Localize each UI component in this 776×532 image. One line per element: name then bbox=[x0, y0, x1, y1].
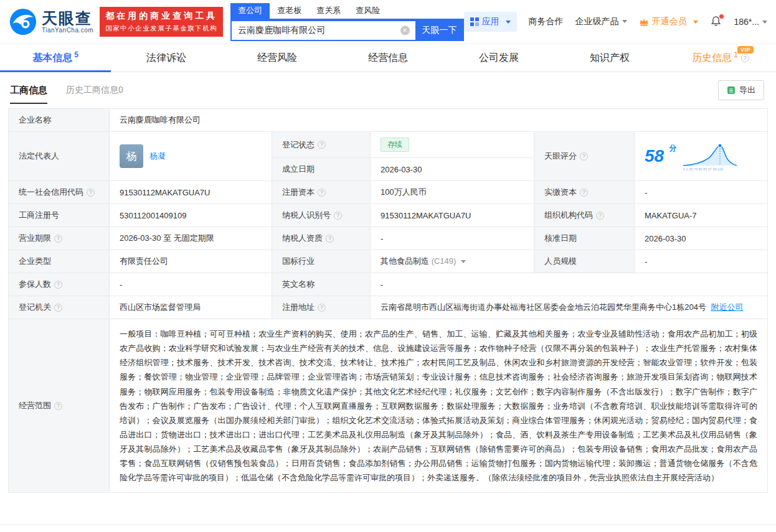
legal-rep-cell: 杨 杨凝 bbox=[110, 132, 272, 181]
help-icon[interactable] bbox=[596, 212, 604, 220]
help-icon[interactable] bbox=[318, 304, 326, 312]
industry-label: 国标行业 bbox=[272, 250, 371, 273]
reg-capital-value: 100万人民币 bbox=[371, 181, 534, 204]
search-block: 查公司 查老板 查关系 查风险 天眼一下 bbox=[230, 3, 463, 41]
paid-capital-label: 实缴资本 bbox=[534, 181, 635, 204]
help-icon[interactable] bbox=[54, 402, 62, 410]
notification-bell-icon[interactable] bbox=[710, 16, 722, 28]
chevron-down-icon[interactable] bbox=[461, 260, 466, 263]
industry-value-cell: 其他食品制造 (C149) bbox=[371, 250, 534, 273]
subtab-business-info[interactable]: 工商信息 bbox=[9, 81, 49, 100]
score-unit: 分 bbox=[669, 143, 676, 154]
export-button[interactable]: 导出 bbox=[718, 80, 764, 100]
caret-down-icon bbox=[693, 21, 698, 24]
tab-label: 法律诉讼 bbox=[146, 52, 186, 65]
nearby-companies-link[interactable]: 附近公司 bbox=[711, 302, 744, 312]
tab-operation-info[interactable]: 经营信息 bbox=[333, 44, 443, 72]
reg-address-label: 注册地址 bbox=[272, 296, 371, 319]
staff-size-value: - bbox=[635, 250, 768, 273]
header-right: 应用 商务合作 企业级产品 开通会员 186*... bbox=[464, 12, 767, 32]
tab-label: 经营信息 bbox=[368, 52, 408, 65]
insured-count-value: - bbox=[110, 273, 272, 296]
reg-authority-label: 登记机关 bbox=[9, 296, 110, 319]
tab-history-info[interactable]: VIP 历史信息 1 bbox=[665, 44, 776, 72]
business-term-label: 营业期限 bbox=[9, 227, 110, 250]
help-icon[interactable] bbox=[54, 235, 62, 243]
tab-count: 5 bbox=[74, 50, 78, 59]
tax-qualification-label: 纳税人资质 bbox=[272, 227, 371, 250]
tianyancha-company-page: 天眼查 TianYanCha.com 都在用的商业查询工具 国家中小企业发展子基… bbox=[0, 0, 776, 532]
crown-icon bbox=[639, 17, 649, 27]
search-button[interactable]: 天眼一下 bbox=[415, 20, 464, 41]
help-icon[interactable] bbox=[580, 152, 588, 161]
export-label: 导出 bbox=[739, 85, 755, 96]
site-header: 天眼查 TianYanCha.com 都在用的商业查询工具 国家中小企业发展子基… bbox=[0, 0, 776, 44]
open-vip-label: 开通会员 bbox=[652, 16, 687, 27]
credit-code-value: 91530112MAKATGUA7U bbox=[110, 181, 272, 204]
search-input[interactable] bbox=[230, 20, 415, 41]
reg-capital-label: 注册资本 bbox=[272, 181, 371, 204]
search-tab-boss[interactable]: 查老板 bbox=[270, 3, 309, 19]
account-phone-label: 186*... bbox=[734, 17, 759, 27]
reg-status-label: 登记状态 bbox=[272, 132, 371, 158]
search-tab-company[interactable]: 查公司 bbox=[230, 3, 270, 19]
insured-count-label: 参保人数 bbox=[9, 273, 110, 296]
tab-legal-litigation[interactable]: 法律诉讼 bbox=[111, 44, 222, 72]
history-info-help-icon[interactable] bbox=[741, 54, 749, 62]
tab-operation-risk[interactable]: 经营风险 bbox=[222, 44, 333, 72]
help-icon[interactable] bbox=[87, 189, 95, 197]
subnav: 工商信息 历史工商信息0 导出 bbox=[0, 72, 776, 108]
search-tabs: 查公司 查老板 查关系 查风险 bbox=[230, 3, 463, 20]
table-row: 参保人数 - 英文名称 - bbox=[9, 273, 768, 296]
tianyancha-logo[interactable]: 天眼查 TianYanCha.com bbox=[9, 7, 93, 36]
legal-rep-avatar[interactable]: 杨 bbox=[120, 144, 143, 168]
business-scope-value: 一般项目：咖啡豆种植；可可豆种植；农业生产资料的购买、使用；农产品的生产、销售、… bbox=[110, 319, 768, 493]
logo-text: 天眼查 TianYanCha.com bbox=[42, 10, 93, 34]
table-row: 企业名称 云南麋鹿咖啡有限公司 bbox=[9, 109, 768, 132]
score-distribution-chart: 0 1 35 75 80 85 97 99 100 bbox=[681, 141, 739, 172]
subtab-history-business-info[interactable]: 历史工商信息0 bbox=[66, 85, 123, 96]
paid-capital-value: - bbox=[635, 181, 768, 204]
help-icon[interactable] bbox=[580, 189, 588, 197]
open-vip-menu[interactable]: 开通会员 bbox=[639, 16, 698, 27]
table-row: 企业类型 有限责任公司 国标行业 其他食品制造 (C149) 人员规模 - bbox=[9, 250, 768, 273]
logo-title: 天眼查 bbox=[42, 10, 93, 27]
score-cell[interactable]: 58 分 0 1 35 75 80 85 97 99 100 bbox=[635, 132, 768, 181]
tab-basic-info[interactable]: 基本信息 5 bbox=[0, 44, 111, 72]
help-icon[interactable] bbox=[326, 235, 334, 243]
staff-size-label: 人员规模 bbox=[534, 250, 635, 273]
vip-badge: VIP bbox=[737, 46, 754, 54]
subtab-label: 工商信息 bbox=[10, 85, 47, 95]
business-term-value: 2026-03-30 至 无固定期限 bbox=[110, 227, 272, 250]
help-icon[interactable] bbox=[318, 189, 326, 197]
help-icon[interactable] bbox=[54, 281, 62, 289]
logo-subtitle: TianYanCha.com bbox=[42, 27, 93, 34]
table-row: 工商注册号 530112001409109 纳税人识别号 91530112MAK… bbox=[9, 204, 768, 227]
clear-input-icon[interactable] bbox=[400, 26, 410, 35]
tianyancha-logo-icon bbox=[9, 7, 37, 36]
reg-address-value: 云南省昆明市西山区福海街道办事处福海社区居委会金地云泊花园梵华里商务中心1栋20… bbox=[381, 302, 706, 312]
enterprise-products-menu[interactable]: 企业级产品 bbox=[575, 16, 627, 27]
tax-qualification-value: - bbox=[371, 227, 534, 250]
english-name-value: - bbox=[371, 273, 768, 296]
export-icon bbox=[727, 86, 736, 95]
search-tab-risk[interactable]: 查风险 bbox=[348, 3, 387, 19]
help-icon[interactable] bbox=[54, 304, 62, 312]
table-row: 统一社会信用代码 91530112MAKATGUA7U 注册资本 100万人民币… bbox=[9, 181, 768, 204]
search-tab-relation[interactable]: 查关系 bbox=[309, 3, 348, 19]
tab-label: 知识产权 bbox=[590, 52, 630, 65]
tab-count: 1 bbox=[734, 50, 738, 59]
business-coop-link[interactable]: 商务合作 bbox=[529, 16, 564, 27]
tab-company-development[interactable]: 公司发展 bbox=[443, 44, 554, 72]
tab-intellectual-property[interactable]: 知识产权 bbox=[554, 44, 665, 72]
business-info-table: 企业名称 云南麋鹿咖啡有限公司 法定代表人 杨 杨凝 登记状态 存续 bbox=[8, 108, 768, 493]
account-phone-menu[interactable]: 186*... bbox=[734, 17, 767, 27]
approval-date-label: 核准日期 bbox=[534, 227, 635, 250]
tab-label: 经营风险 bbox=[257, 52, 297, 65]
help-icon[interactable] bbox=[318, 141, 326, 149]
legal-rep-name-link[interactable]: 杨凝 bbox=[149, 151, 166, 162]
apps-menu[interactable]: 应用 bbox=[464, 12, 517, 32]
tab-label: 公司发展 bbox=[479, 52, 519, 65]
reg-number-value: 530112001409109 bbox=[110, 204, 272, 227]
help-icon[interactable] bbox=[334, 212, 342, 220]
